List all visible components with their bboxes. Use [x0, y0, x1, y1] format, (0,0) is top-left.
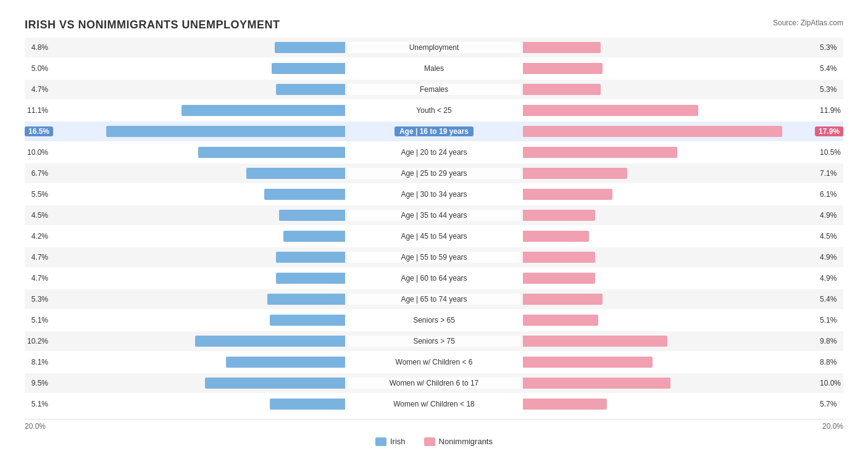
left-side: 4.8% — [25, 42, 348, 53]
left-side: 5.5% — [25, 189, 348, 200]
chart-row: 16.5% Age | 16 to 19 years 17.9% — [25, 122, 843, 141]
left-value: 4.8% — [25, 43, 48, 52]
row-label: Males — [348, 63, 520, 74]
legend-irish-box — [375, 437, 386, 446]
left-side: 8.1% — [25, 357, 348, 368]
row-label: Age | 25 to 29 years — [348, 168, 520, 179]
left-bar-wrap — [51, 294, 345, 305]
chart-row: 4.8% Unemployment 5.3% — [25, 38, 843, 57]
row-inner: 4.7% Age | 60 to 64 years 4.9% — [25, 270, 843, 286]
left-side: 5.3% — [25, 294, 348, 305]
right-bar-wrap — [523, 126, 812, 137]
left-bar-wrap — [51, 63, 345, 74]
left-bar — [276, 273, 345, 284]
right-bar — [523, 147, 677, 158]
left-value: 16.5% — [25, 127, 53, 136]
left-value: 8.1% — [25, 358, 48, 366]
right-value: 5.7% — [820, 400, 843, 408]
left-bar — [270, 399, 345, 410]
row-label: Age | 45 to 54 years — [348, 231, 520, 242]
left-bar — [272, 63, 345, 74]
left-bar-wrap — [51, 399, 345, 410]
left-bar — [279, 210, 345, 221]
left-bar — [276, 252, 345, 263]
left-value: 10.2% — [25, 337, 48, 345]
right-bar-wrap — [523, 168, 817, 179]
right-bar-wrap — [523, 42, 817, 53]
row-label: Seniors > 75 — [348, 336, 520, 347]
left-side: 11.1% — [25, 105, 348, 116]
right-bar — [523, 273, 595, 284]
right-side: 10.5% — [520, 147, 843, 158]
right-side: 5.4% — [520, 294, 843, 305]
left-value: 4.7% — [25, 253, 48, 262]
right-value: 5.1% — [820, 316, 843, 324]
chart-row: 10.2% Seniors > 75 9.8% — [25, 331, 843, 351]
row-inner: 5.5% Age | 30 to 34 years 6.1% — [25, 186, 843, 202]
left-side: 4.2% — [25, 231, 348, 242]
x-axis-right: 20.0% — [434, 422, 843, 431]
row-label: Age | 35 to 44 years — [348, 210, 520, 221]
left-side: 10.2% — [25, 336, 348, 347]
row-inner: 8.1% Women w/ Children < 6 8.8% — [25, 354, 843, 370]
right-value: 5.3% — [820, 85, 843, 94]
row-label: Age | 60 to 64 years — [348, 273, 520, 284]
left-side: 16.5% — [25, 126, 348, 137]
left-bar-wrap — [51, 357, 345, 368]
row-inner: 5.3% Age | 65 to 74 years 5.4% — [25, 291, 843, 307]
chart-row: 5.1% Seniors > 65 5.1% — [25, 310, 843, 330]
right-value: 9.8% — [820, 337, 843, 345]
right-bar-wrap — [523, 336, 817, 347]
left-bar — [195, 336, 345, 347]
left-value: 4.2% — [25, 232, 48, 241]
right-side: 6.1% — [520, 189, 843, 200]
left-bar-wrap — [51, 42, 345, 53]
left-side: 5.0% — [25, 63, 348, 74]
chart-row: 9.5% Women w/ Children 6 to 17 10.0% — [25, 373, 843, 393]
left-bar-wrap — [51, 168, 345, 179]
legend-irish: Irish — [375, 437, 406, 446]
right-side: 8.8% — [520, 357, 843, 368]
left-bar-wrap — [51, 189, 345, 200]
right-side: 10.0% — [520, 378, 843, 389]
row-label: Unemployment — [348, 42, 520, 53]
row-label: Age | 55 to 59 years — [348, 252, 520, 263]
right-value: 10.0% — [820, 379, 843, 387]
left-bar — [267, 294, 345, 305]
chart-row: 4.7% Age | 60 to 64 years 4.9% — [25, 268, 843, 288]
chart-row: 4.2% Age | 45 to 54 years 4.5% — [25, 226, 843, 246]
right-bar — [523, 336, 667, 347]
chart-container: IRISH VS NONIMMIGRANTS UNEMPLOYMENT Sour… — [12, 12, 856, 458]
row-inner: 10.2% Seniors > 75 9.8% — [25, 333, 843, 349]
left-bar — [264, 189, 345, 200]
left-value: 5.0% — [25, 64, 48, 73]
left-bar-wrap — [51, 378, 345, 389]
row-inner: 16.5% Age | 16 to 19 years 17.9% — [25, 123, 843, 139]
right-bar — [523, 42, 601, 53]
left-value: 4.5% — [25, 211, 48, 220]
chart-row: 6.7% Age | 25 to 29 years 7.1% — [25, 163, 843, 183]
chart-title: IRISH VS NONIMMIGRANTS UNEMPLOYMENT — [25, 19, 280, 31]
chart-row: 5.3% Age | 65 to 74 years 5.4% — [25, 289, 843, 309]
row-inner: 4.5% Age | 35 to 44 years 4.9% — [25, 207, 843, 223]
right-value: 4.9% — [820, 274, 843, 283]
chart-row: 11.1% Youth < 25 11.9% — [25, 101, 843, 120]
left-bar — [198, 147, 346, 158]
left-value: 5.1% — [25, 316, 48, 324]
right-bar-wrap — [523, 231, 817, 242]
left-bar — [275, 42, 345, 53]
row-label: Women w/ Children 6 to 17 — [348, 378, 520, 389]
row-inner: 5.0% Males 5.4% — [25, 60, 843, 76]
right-bar-wrap — [523, 357, 817, 368]
right-value: 6.1% — [820, 190, 843, 199]
right-side: 5.4% — [520, 63, 843, 74]
right-value: 4.9% — [820, 253, 843, 262]
left-bar — [270, 315, 345, 326]
chart-row: 5.0% Males 5.4% — [25, 59, 843, 78]
right-value: 8.8% — [820, 358, 843, 366]
right-bar-wrap — [523, 210, 817, 221]
left-bar-wrap — [51, 147, 345, 158]
left-bar-wrap — [51, 336, 345, 347]
right-side: 4.5% — [520, 231, 843, 242]
right-bar-wrap — [523, 84, 817, 95]
